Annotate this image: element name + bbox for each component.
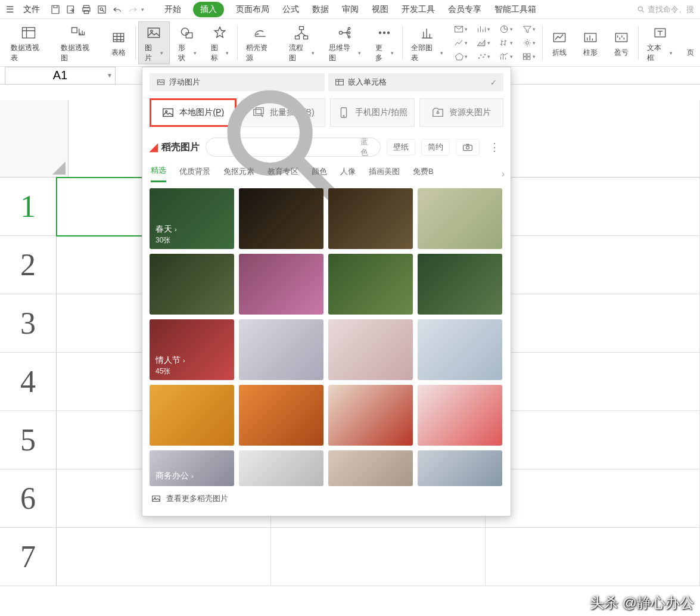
more-button[interactable]: 更多▾ [369, 21, 400, 64]
mode-embed-button[interactable]: 嵌入单元格✓ [328, 73, 503, 91]
tab-insert[interactable]: 插入 [193, 2, 224, 17]
cat-featured[interactable]: 精选 [151, 165, 166, 182]
cell-C7[interactable] [486, 528, 700, 586]
mindmap-button[interactable]: 思维导图▾ [323, 21, 368, 64]
chart-combo-icon[interactable]: ▾ [499, 50, 515, 63]
cat-free[interactable]: 免费B [413, 166, 434, 182]
row-header-5[interactable]: 5 [0, 411, 57, 469]
sparkline-column-button[interactable]: 柱形 [576, 21, 605, 64]
shape-button[interactable]: 形状▾ [172, 21, 203, 64]
thumb-11[interactable] [328, 319, 413, 380]
tab-review[interactable]: 审阅 [341, 1, 360, 18]
thumb-14[interactable] [239, 385, 323, 446]
row-header-1[interactable]: 1 [0, 178, 57, 236]
tab-kit[interactable]: 智能工具箱 [493, 1, 537, 18]
cell-B7[interactable] [271, 528, 486, 586]
thumb-5[interactable] [150, 254, 234, 315]
thumb-18[interactable] [239, 450, 323, 486]
save-icon[interactable] [48, 2, 63, 17]
cell-C5[interactable] [486, 411, 700, 469]
album-valentine[interactable]: 情人节› 45张 [150, 319, 234, 380]
thumb-12[interactable] [418, 319, 502, 380]
menu-icon[interactable]: ☰ [2, 4, 17, 15]
preview-icon[interactable] [95, 2, 109, 17]
cat-scroll-right-icon[interactable]: › [502, 169, 505, 179]
redo-icon[interactable] [126, 2, 140, 17]
chart-stock-icon[interactable]: ▾ [499, 36, 515, 49]
image-search-input[interactable]: 蓝色 [206, 138, 381, 157]
cell-C6[interactable] [486, 469, 700, 528]
album-spring[interactable]: 春天› 30张 [150, 188, 234, 249]
tab-formula[interactable]: 公式 [281, 1, 300, 18]
tab-vip[interactable]: 会员专享 [447, 1, 483, 18]
pivot-chart-button[interactable]: 数据透视图 [55, 21, 102, 64]
sparkline-winloss-button[interactable]: 盈亏 [607, 21, 636, 64]
thumb-19[interactable] [328, 450, 413, 486]
chip-wallpaper[interactable]: 壁纸 [387, 139, 415, 155]
chart-area-icon[interactable]: ▾ [477, 36, 492, 49]
cat-illustration[interactable]: 插画美图 [369, 166, 400, 182]
cat-portrait[interactable]: 人像 [340, 166, 356, 182]
chart-more-icon[interactable]: ▾ [522, 50, 537, 63]
cat-education[interactable]: 教育专区 [267, 166, 298, 182]
page-misc-button[interactable]: 页 [681, 21, 695, 64]
row-header-2[interactable]: 2 [0, 236, 57, 294]
tab-dev[interactable]: 开发工具 [400, 1, 436, 18]
cell-A7[interactable] [57, 528, 271, 586]
chart-pie-icon[interactable]: ▾ [499, 23, 515, 36]
textbox-button[interactable]: 文本框▾ [641, 21, 679, 64]
cell-C4[interactable] [486, 353, 700, 411]
allcharts-button[interactable]: 全部图表▾ [405, 21, 450, 64]
flowchart-button[interactable]: 流程图▾ [283, 21, 321, 64]
docer-button[interactable]: 稻壳资源 [240, 21, 281, 64]
chart-envelope-icon[interactable]: ▾ [454, 23, 469, 36]
thumb-8[interactable] [418, 254, 502, 315]
print-icon[interactable] [79, 2, 94, 17]
thumb-20[interactable] [418, 450, 502, 486]
tab-data[interactable]: 数据 [311, 1, 330, 18]
cat-background[interactable]: 优质背景 [179, 166, 210, 182]
row-header-7[interactable]: 7 [0, 528, 57, 586]
iconlib-button[interactable]: 图标▾ [205, 21, 235, 64]
picture-button[interactable]: 图片▾ [138, 21, 170, 64]
chart-bar-icon[interactable]: ▾ [477, 23, 492, 36]
name-box-dropdown-icon[interactable]: ▼ [107, 72, 113, 79]
tab-view[interactable]: 视图 [371, 1, 390, 18]
file-menu[interactable]: 文件 [18, 4, 45, 15]
view-more-link[interactable]: 查看更多稻壳图片 [142, 489, 511, 509]
chart-sun-icon[interactable]: ▾ [522, 36, 537, 49]
pivot-table-button[interactable]: 数据透视表 [5, 21, 52, 64]
chart-scatter-icon[interactable]: ▾ [477, 50, 492, 63]
cell-C2[interactable] [486, 236, 700, 294]
cat-cutout[interactable]: 免抠元素 [223, 166, 254, 182]
row-header-3[interactable]: 3 [0, 294, 57, 353]
album-business[interactable]: 商务办公› [150, 450, 234, 486]
tab-start[interactable]: 开始 [163, 1, 182, 18]
resource-folder-button[interactable]: 资源夹图片 [419, 98, 504, 127]
thumb-10[interactable] [239, 319, 323, 380]
select-all-corner[interactable] [0, 100, 69, 178]
output-icon[interactable] [64, 2, 78, 17]
thumb-13[interactable] [150, 385, 234, 446]
thumb-4[interactable] [418, 188, 502, 249]
thumb-3[interactable] [328, 188, 413, 249]
undo-icon[interactable] [110, 2, 125, 17]
thumb-7[interactable] [328, 254, 413, 315]
cell-C3[interactable] [486, 294, 700, 353]
chart-radar-icon[interactable]: ▾ [454, 50, 469, 63]
thumb-16[interactable] [418, 385, 502, 446]
cat-color[interactable]: 颜色 [312, 166, 327, 182]
chip-simple[interactable]: 简约 [421, 139, 450, 155]
chart-line-icon[interactable]: ▾ [454, 36, 469, 49]
name-box[interactable]: A1 ▼ [5, 67, 116, 85]
thumb-15[interactable] [328, 385, 413, 446]
table-button[interactable]: 表格 [104, 21, 133, 64]
tab-layout[interactable]: 页面布局 [235, 1, 270, 18]
thumb-2[interactable] [239, 188, 323, 249]
qat-dropdown-icon[interactable]: ▾ [141, 7, 144, 13]
camera-button[interactable] [456, 139, 480, 155]
cell-C1[interactable] [486, 178, 700, 236]
sparkline-line-button[interactable]: 折线 [545, 21, 574, 64]
more-options-icon[interactable]: ⋮ [486, 141, 503, 154]
thumb-6[interactable] [239, 254, 323, 315]
